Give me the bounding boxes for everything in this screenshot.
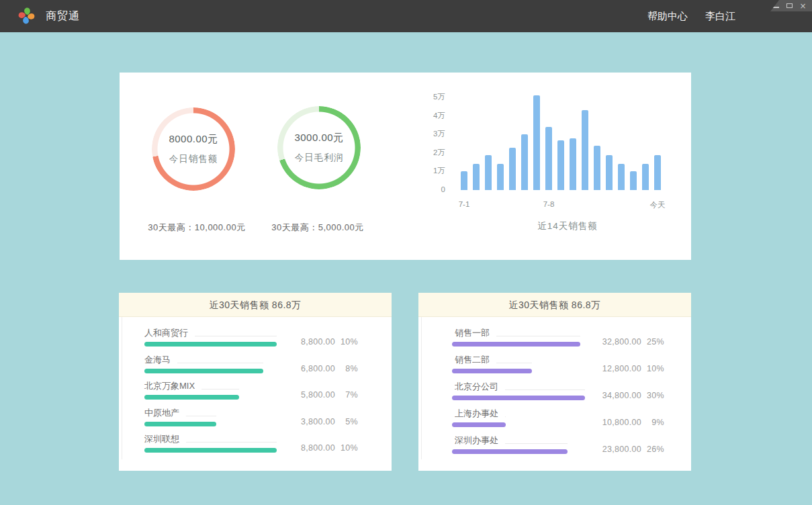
rank-row-value: 8,800.00 xyxy=(292,443,335,453)
titlebar: 商贸通 帮助中心 李白江 × xyxy=(0,0,812,32)
rank-row-bar xyxy=(144,395,239,400)
sales-bar xyxy=(606,155,613,190)
sales-bar xyxy=(461,171,467,190)
rank-row-name: 北京分公司 xyxy=(455,381,505,392)
today-sales-donut: 8000.00元 今日销售额 xyxy=(152,107,235,191)
rank-row-percent: 8% xyxy=(335,364,358,373)
department-rank-title: 近30天销售额 86.8万 xyxy=(418,293,691,317)
maximize-button[interactable] xyxy=(786,1,793,10)
customer-rank-list: 人和商贸行 8,800.00 10% 金海马 6,800.00 8% 北京万象M… xyxy=(119,317,392,470)
rank-row-percent: 26% xyxy=(641,445,664,454)
rank-row-bar xyxy=(452,422,506,427)
sales-bar xyxy=(642,164,649,190)
daily-sales-plot xyxy=(461,91,664,190)
rank-row-leader-line xyxy=(186,442,277,443)
sales-bar xyxy=(497,164,504,190)
close-button[interactable]: × xyxy=(799,1,807,10)
current-user-link[interactable]: 李白江 xyxy=(705,10,735,23)
sales-bar xyxy=(533,95,540,190)
rank-row: 金海马 6,800.00 8% xyxy=(144,355,358,381)
department-rank-list: 销售一部 32,800.00 25% 销售二部 12,800.00 10% 北京… xyxy=(418,317,691,470)
rank-row-bar xyxy=(452,396,585,400)
rank-row-percent: 5% xyxy=(335,417,358,426)
app-brand: 商贸通 xyxy=(18,7,35,24)
rank-row-percent: 25% xyxy=(641,337,664,347)
y-tick-label: 1万 xyxy=(412,166,445,175)
sales-bar xyxy=(509,148,516,191)
rank-row-leader-line xyxy=(496,363,532,363)
rank-row-leader-line xyxy=(505,416,506,417)
rank-row-value: 23,800.00 xyxy=(598,445,641,454)
sales-bar xyxy=(630,171,637,190)
rank-row: 销售二部 12,800.00 10% xyxy=(452,355,664,381)
rank-row-name: 中原地产 xyxy=(144,408,186,418)
rank-row-value: 32,800.00 xyxy=(598,337,641,347)
sales-bar xyxy=(570,138,576,190)
daily-sales-chart: 01万2万3万4万5万 7-17-8今天 近14天销售额 xyxy=(408,91,684,239)
today-profit-30day-max: 30天最高：5,000.00元 xyxy=(240,222,395,234)
rank-row: 人和商贸行 8,800.00 10% xyxy=(144,328,358,355)
rank-row-leader-line xyxy=(177,363,263,363)
customer-sales-rank-card: 近30天销售额 86.8万 人和商贸行 8,800.00 10% 金海马 6,8… xyxy=(119,293,392,471)
sales-bar xyxy=(618,164,625,190)
maximize-icon xyxy=(786,3,793,8)
minimize-button[interactable] xyxy=(772,1,780,10)
rank-row-leader-line xyxy=(496,336,580,336)
today-sales-value: 8000.00元 xyxy=(169,133,218,146)
sales-bar xyxy=(521,134,528,190)
sales-bar xyxy=(654,155,661,190)
rank-row-bar xyxy=(144,342,277,347)
pinwheel-logo-icon xyxy=(18,7,35,24)
rank-row: 北京万象MIX 5,800.00 7% xyxy=(144,381,358,408)
overview-card: 8000.00元 今日销售额 30天最高：10,000.00元 3000.00元… xyxy=(120,73,691,260)
rank-row-value: 12,800.00 xyxy=(598,364,641,373)
customer-rank-title: 近30天销售额 86.8万 xyxy=(119,293,392,317)
rank-row-percent: 9% xyxy=(641,418,664,427)
y-tick-label: 5万 xyxy=(412,92,445,101)
titlebar-nav: 帮助中心 李白江 xyxy=(647,0,735,32)
rank-row-value: 8,800.00 xyxy=(292,337,335,347)
today-profit-value: 3000.00元 xyxy=(294,132,343,144)
rank-row-bar xyxy=(452,342,580,347)
x-tick-label: 今天 xyxy=(650,200,666,210)
y-tick-label: 2万 xyxy=(412,148,445,157)
sales-bar xyxy=(582,110,588,190)
rank-row-leader-line xyxy=(505,389,585,390)
y-tick-label: 0 xyxy=(412,185,445,194)
rank-row-name: 上海办事处 xyxy=(455,408,505,419)
rank-row-percent: 30% xyxy=(641,391,664,400)
rank-row-value: 5,800.00 xyxy=(292,390,335,400)
window-controls: × xyxy=(770,0,812,11)
rank-row-name: 金海马 xyxy=(144,355,177,365)
rank-row-bar xyxy=(452,449,568,454)
sales-bar xyxy=(485,155,492,190)
rank-row: 深圳办事处 23,800.00 26% xyxy=(452,435,664,462)
rank-row-percent: 10% xyxy=(335,337,358,347)
rank-row: 销售一部 32,800.00 25% xyxy=(452,328,664,355)
rank-row-leader-line xyxy=(201,389,239,389)
minimize-icon xyxy=(773,7,779,8)
rank-row-value: 10,800.00 xyxy=(598,418,641,427)
rank-row: 深圳联想 8,800.00 10% xyxy=(144,434,358,461)
rank-row-leader-line xyxy=(186,416,216,416)
department-sales-rank-card: 近30天销售额 86.8万 销售一部 32,800.00 25% 销售二部 12… xyxy=(418,293,691,471)
rank-row-percent: 10% xyxy=(641,364,664,373)
rank-row-value: 34,800.00 xyxy=(598,391,641,400)
rank-row-name: 人和商贸行 xyxy=(144,328,195,338)
help-center-link[interactable]: 帮助中心 xyxy=(647,10,688,23)
rank-row: 上海办事处 10,800.00 9% xyxy=(452,408,664,435)
rank-row-leader-line xyxy=(505,443,568,444)
y-tick-label: 3万 xyxy=(412,129,445,138)
sales-bar xyxy=(594,146,600,190)
x-tick-label: 7-8 xyxy=(543,200,555,208)
daily-sales-chart-title: 近14天销售额 xyxy=(467,220,668,232)
app-title: 商贸通 xyxy=(46,9,80,24)
sales-bar xyxy=(545,127,552,190)
rank-row-bar xyxy=(144,448,277,453)
close-icon: × xyxy=(799,2,806,10)
rank-row-bar xyxy=(144,422,216,426)
y-tick-label: 4万 xyxy=(412,111,445,120)
today-profit-donut: 3000.00元 今日毛利润 xyxy=(277,106,361,189)
today-profit-caption: 今日毛利润 xyxy=(295,152,344,164)
rank-row: 中原地产 3,800.00 5% xyxy=(144,408,358,434)
